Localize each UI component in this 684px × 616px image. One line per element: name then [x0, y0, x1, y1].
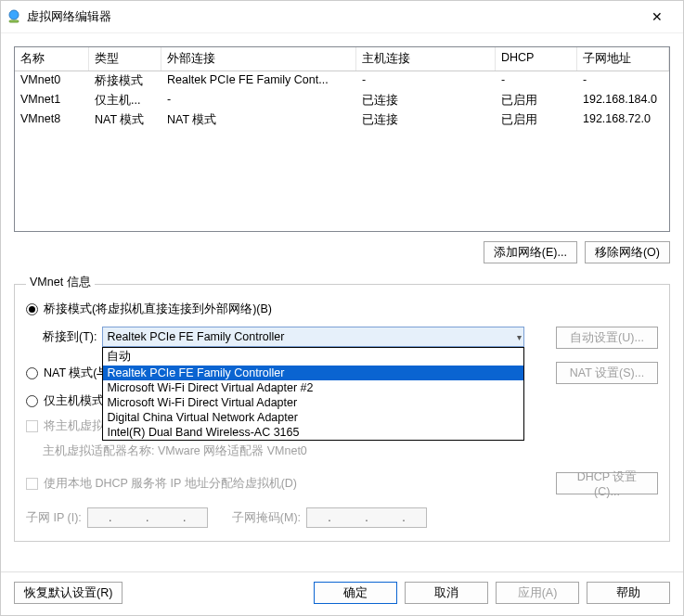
checkbox-dhcp-label: 使用本地 DHCP 服务将 IP 地址分配给虚拟机(D) [44, 476, 297, 492]
combo-option[interactable]: Realtek PCIe FE Family Controller [103, 366, 523, 380]
dhcp-checkbox-row: 使用本地 DHCP 服务将 IP 地址分配给虚拟机(D) DHCP 设置(C).… [26, 472, 658, 494]
host-adapter-name-row: 主机虚拟适配器名称: VMware 网络适配器 VMnet0 [43, 443, 658, 459]
window-title: 虚拟网络编辑器 [27, 9, 636, 25]
table-action-row: 添加网络(E)... 移除网络(O) [14, 241, 670, 263]
close-button[interactable]: ✕ [636, 3, 678, 31]
th-subnet[interactable]: 子网地址 [577, 47, 669, 71]
subnet-ip-label: 子网 IP (I): [26, 510, 82, 526]
radio-bridge-label[interactable]: 桥接模式(将虚拟机直接连接到外部网络)(B) [44, 302, 272, 317]
combo-option[interactable]: Microsoft Wi-Fi Direct Virtual Adapter #… [103, 380, 523, 395]
radio-bridge[interactable] [26, 303, 38, 315]
bridge-to-row: 桥接到(T): Realtek PCIe FE Family Controlle… [43, 327, 658, 349]
subnet-ip-input[interactable]: ... [87, 507, 208, 528]
combo-option[interactable]: Digital China Virtual Network Adapter [103, 410, 523, 425]
combo-option[interactable]: Microsoft Wi-Fi Direct Virtual Adapter [103, 395, 523, 410]
table-row[interactable]: VMnet1 仅主机... - 已连接 已启用 192.168.184.0 [15, 91, 669, 110]
th-type[interactable]: 类型 [89, 47, 161, 71]
combo-option[interactable]: Intel(R) Dual Band Wireless-AC 3165 [103, 425, 523, 440]
bridge-adapter-dropdown: 自动 Realtek PCIe FE Family Controller Mic… [102, 347, 524, 441]
subnet-ip-row: 子网 IP (I): ... 子网掩码(M): ... [26, 507, 658, 528]
content-area: 名称 类型 外部连接 主机连接 DHCP 子网地址 VMnet0 桥接模式 Re… [1, 33, 683, 571]
chevron-down-icon: ▾ [517, 332, 522, 342]
subnet-mask-label: 子网掩码(M): [232, 510, 301, 526]
table-row[interactable]: VMnet0 桥接模式 Realtek PCIe FE Family Cont.… [15, 71, 669, 91]
radio-nat-label[interactable]: NAT 模式(与 [44, 366, 109, 381]
restore-defaults-button[interactable]: 恢复默认设置(R) [14, 582, 123, 604]
radio-hostonly-label[interactable]: 仅主机模式 [44, 393, 104, 409]
add-network-button[interactable]: 添加网络(E)... [484, 241, 577, 263]
table-body: VMnet0 桥接模式 Realtek PCIe FE Family Cont.… [15, 71, 669, 130]
checkbox-connect-host[interactable] [26, 420, 38, 432]
dialog-footer: 恢复默认设置(R) 确定 取消 应用(A) 帮助 [1, 571, 683, 615]
ok-button[interactable]: 确定 [314, 582, 397, 604]
radio-bridge-row: 桥接模式(将虚拟机直接连接到外部网络)(B) [26, 302, 658, 317]
cancel-button[interactable]: 取消 [405, 582, 488, 604]
remove-network-button[interactable]: 移除网络(O) [585, 241, 670, 263]
network-table: 名称 类型 外部连接 主机连接 DHCP 子网地址 VMnet0 桥接模式 Re… [14, 46, 670, 232]
checkbox-connect-host-label: 将主机虚拟 [44, 418, 104, 434]
apply-button[interactable]: 应用(A) [496, 582, 579, 604]
th-external[interactable]: 外部连接 [161, 47, 356, 71]
svg-rect-1 [9, 20, 19, 22]
th-name[interactable]: 名称 [15, 47, 89, 71]
subnet-mask-input[interactable]: ... [306, 507, 427, 528]
host-adapter-name-label: 主机虚拟适配器名称: VMware 网络适配器 VMnet0 [43, 443, 307, 459]
bridge-adapter-container: Realtek PCIe FE Family Controller ▾ 自动 R… [102, 327, 539, 347]
app-icon [6, 9, 21, 24]
th-host[interactable]: 主机连接 [356, 47, 496, 71]
window-frame: 虚拟网络编辑器 ✕ 名称 类型 外部连接 主机连接 DHCP 子网地址 VMne… [0, 0, 684, 616]
table-header: 名称 类型 外部连接 主机连接 DHCP 子网地址 [15, 47, 669, 71]
combo-option[interactable]: 自动 [103, 348, 523, 366]
bridge-to-label: 桥接到(T): [43, 327, 97, 345]
fieldset-legend: VMnet 信息 [26, 275, 95, 290]
radio-hostonly[interactable] [26, 395, 38, 407]
combo-selected-text: Realtek PCIe FE Family Controller [107, 330, 284, 343]
help-button[interactable]: 帮助 [587, 582, 670, 604]
th-dhcp[interactable]: DHCP [496, 47, 577, 71]
svg-point-0 [9, 10, 19, 19]
table-row[interactable]: VMnet8 NAT 模式 NAT 模式 已连接 已启用 192.168.72.… [15, 110, 669, 130]
auto-settings-button[interactable]: 自动设置(U)... [556, 327, 658, 349]
radio-nat[interactable] [26, 367, 38, 379]
vmnet-info-fieldset: VMnet 信息 桥接模式(将虚拟机直接连接到外部网络)(B) 桥接到(T): … [14, 276, 670, 542]
checkbox-dhcp[interactable] [26, 478, 38, 490]
nat-settings-button[interactable]: NAT 设置(S)... [556, 362, 658, 384]
titlebar: 虚拟网络编辑器 ✕ [1, 1, 683, 33]
bridge-adapter-combo[interactable]: Realtek PCIe FE Family Controller ▾ [102, 327, 524, 347]
dhcp-settings-button[interactable]: DHCP 设置(C)... [556, 472, 658, 494]
